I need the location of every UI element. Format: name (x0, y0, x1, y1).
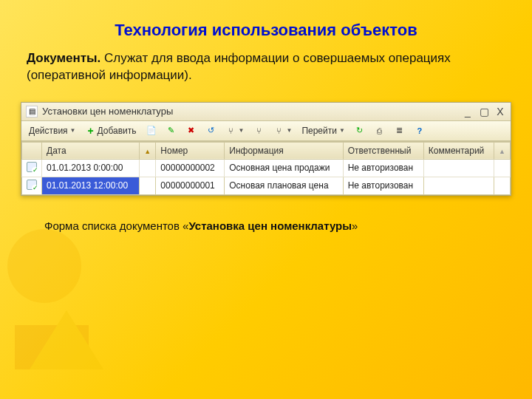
close-button[interactable]: X (494, 106, 506, 117)
col-responsible[interactable]: Ответственный (343, 142, 423, 159)
svg-point-0 (7, 229, 81, 303)
caption-tail: » (352, 219, 358, 232)
toolbar: Действия ▼ + Добавить 📄 ✎ ✖ ↺ ⑂▼ ⑂ ⑂▼ Пе… (21, 121, 511, 141)
chevron-down-icon: ▼ (239, 127, 245, 134)
refresh-icon: ↺ (206, 126, 216, 136)
cell-responsible: Не авторизован (343, 177, 423, 194)
caption-bold: Установка цен номенклатуры (188, 219, 352, 232)
actions-label: Действия (29, 126, 68, 136)
col-info[interactable]: Информация (225, 142, 343, 159)
chevron-down-icon: ▼ (286, 127, 292, 134)
cell-scroll (494, 159, 511, 177)
reload-icon: ↻ (355, 126, 365, 136)
document-ok-icon (27, 180, 37, 190)
col-icon[interactable] (22, 142, 42, 159)
refresh-button[interactable]: ↺ (202, 123, 220, 138)
actions-menu[interactable]: Действия ▼ (25, 123, 80, 138)
restore-button[interactable]: ▢ (478, 106, 490, 117)
table-header-row: Дата ▲ Номер Информация Ответственный Ко… (22, 142, 511, 159)
add-label: Добавить (98, 126, 137, 136)
page-title: Технология использования объектов (0, 0, 532, 50)
cell-info: Основая плановая цена (225, 177, 343, 194)
document-ok-icon (27, 162, 37, 172)
sort-icon: ▲ (144, 148, 151, 155)
copy-button[interactable]: 📄 (143, 123, 160, 138)
cell-number: 00000000002 (156, 159, 225, 177)
col-number[interactable]: Номер (156, 142, 225, 159)
filter-icon: ⑂ (273, 126, 284, 136)
row-icon-cell (22, 159, 42, 177)
copy-icon: 📄 (146, 126, 157, 136)
filter1-button[interactable]: ⑂▼ (222, 123, 248, 138)
list-icon: ≣ (395, 126, 405, 136)
col-scroll: ▲ (494, 142, 511, 159)
col-date[interactable]: Дата (42, 142, 140, 159)
cell-sort (140, 159, 156, 177)
help-button[interactable]: ? (411, 123, 429, 138)
filter2-button[interactable]: ⑂ (250, 123, 267, 138)
edit-button[interactable]: ✎ (163, 123, 180, 138)
list-button[interactable]: ≣ (391, 123, 409, 138)
minimize-button[interactable]: _ (462, 106, 474, 117)
chevron-down-icon: ▼ (70, 127, 76, 134)
filter3-button[interactable]: ⑂▼ (270, 123, 296, 138)
cell-responsible: Не авторизован (343, 159, 423, 177)
print-button[interactable]: ⎙ (371, 123, 389, 138)
delete-icon: ✖ (186, 126, 197, 136)
app-icon: ▤ (26, 106, 38, 117)
reload-button[interactable]: ↻ (351, 123, 369, 138)
goto-label: Перейти (301, 126, 337, 136)
add-button[interactable]: + Добавить (82, 123, 140, 138)
goto-menu[interactable]: Перейти ▼ (298, 123, 348, 138)
plus-icon: + (86, 126, 96, 136)
cell-number: 00000000001 (156, 177, 225, 194)
cell-comment (423, 177, 494, 194)
table-row[interactable]: 01.01.2013 0:00:0000000000002Основная це… (22, 159, 511, 177)
cell-scroll (494, 177, 511, 194)
window-titlebar[interactable]: ▤ Установки цен номенклатуры _ ▢ X (21, 103, 511, 121)
print-icon: ⎙ (375, 126, 385, 136)
chevron-down-icon: ▼ (339, 127, 345, 134)
edit-icon: ✎ (166, 126, 177, 136)
filter-icon: ⑂ (226, 126, 236, 136)
cell-info: Основная цена продажи (225, 159, 343, 177)
window-title: Установки цен номенклатуры (42, 106, 462, 117)
help-icon: ? (415, 126, 425, 136)
window-controls: _ ▢ X (462, 106, 506, 117)
scroll-up-icon: ▲ (499, 148, 505, 155)
cell-comment (423, 159, 494, 177)
filter-icon: ⑂ (253, 126, 264, 136)
page-description: Документы. Служат для ввода информации о… (0, 50, 532, 95)
decorative-background (0, 177, 148, 399)
description-bold: Документы. (27, 51, 100, 65)
col-comment[interactable]: Комментарий (423, 142, 494, 159)
cell-date: 01.01.2013 0:00:00 (42, 159, 140, 177)
delete-button[interactable]: ✖ (183, 123, 200, 138)
col-sort[interactable]: ▲ (140, 142, 156, 159)
